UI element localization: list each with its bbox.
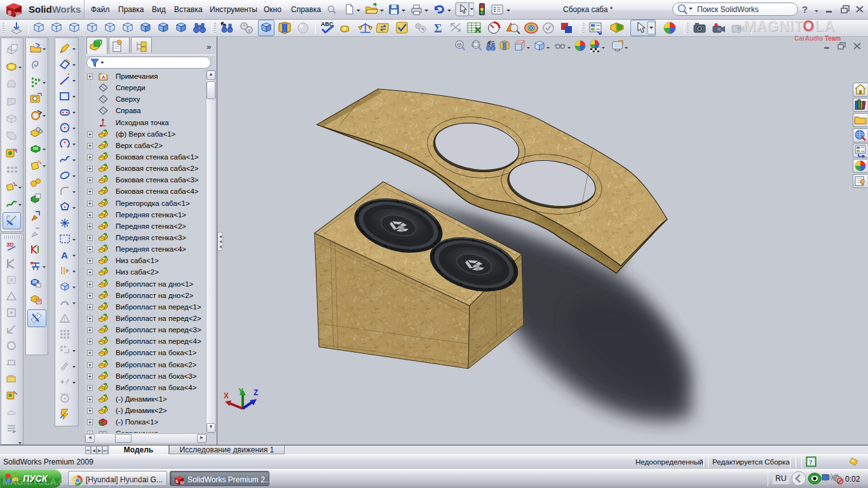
svg-text:!: ! — [64, 316, 65, 323]
svg-text:S: S — [175, 479, 179, 484]
svg-text:Σ: Σ — [434, 22, 442, 35]
svg-text:?: ? — [809, 458, 813, 466]
svg-text:A: A — [102, 74, 105, 80]
svg-text:W: W — [180, 480, 184, 485]
svg-text:Z: Z — [254, 388, 258, 397]
svg-text:S: S — [8, 10, 11, 16]
svg-text:Y: Y — [238, 387, 243, 396]
svg-text:A: A — [61, 250, 68, 261]
svg-text:W: W — [15, 11, 21, 17]
svg-text:X: X — [224, 391, 229, 400]
svg-text:3D: 3D — [6, 241, 14, 248]
